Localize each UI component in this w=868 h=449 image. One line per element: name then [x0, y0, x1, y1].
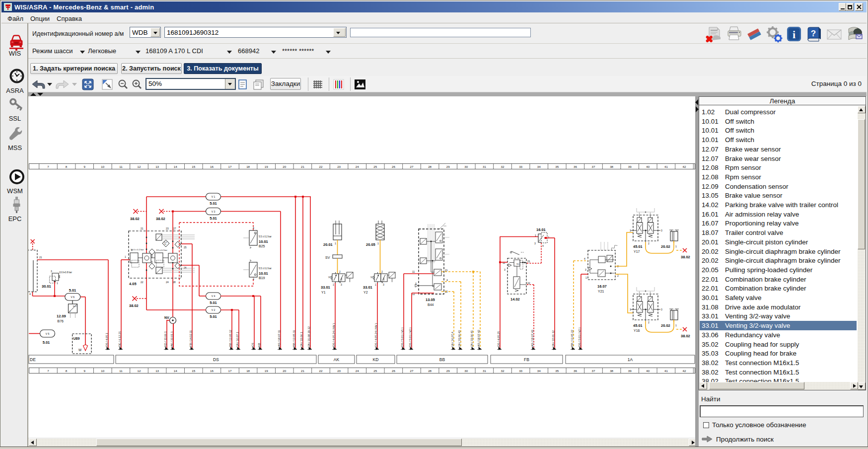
svg-text:32: 32: [501, 369, 505, 373]
svg-text:17: 17: [228, 165, 232, 168]
svg-text:3: 3: [661, 308, 662, 311]
svg-text:38: 38: [610, 165, 613, 168]
svg-text:10.01: 10.01: [259, 239, 268, 244]
svg-text:4: 4: [542, 244, 544, 247]
svg-text:8.5+0.4 bar: 8.5+0.4 bar: [156, 249, 167, 251]
svg-text:KD: KD: [373, 357, 379, 362]
svg-text:11: 11: [412, 270, 415, 273]
svg-text:2: 2: [381, 270, 383, 273]
svg-text:SU: SU: [516, 263, 519, 265]
svg-text:27: 27: [410, 165, 414, 168]
svg-text:21: 21: [445, 269, 448, 272]
svg-text:16: 16: [210, 165, 214, 168]
svg-text:1: 1: [675, 324, 677, 327]
svg-text:38.02: 38.02: [129, 303, 139, 308]
svg-text:3: 3: [534, 242, 536, 245]
svg-text:1: 1: [675, 245, 677, 248]
svg-text:33.01: 33.01: [321, 285, 330, 290]
svg-text:7: 7: [47, 165, 49, 168]
svg-text:30: 30: [464, 369, 468, 373]
svg-text:36: 36: [574, 165, 577, 168]
svg-text:31: 31: [483, 165, 486, 168]
svg-text:42: 42: [683, 165, 686, 168]
svg-text:4: 4: [446, 279, 448, 282]
svg-text:10.0 ± 0.2 bar: 10.0 ± 0.2 bar: [131, 248, 144, 251]
svg-text:18: 18: [246, 165, 250, 168]
svg-text:4: 4: [253, 278, 254, 281]
svg-text:12: 12: [138, 369, 141, 373]
svg-text:21: 21: [527, 260, 530, 263]
svg-text:2: 2: [548, 236, 549, 239]
svg-text:RL: RL: [164, 243, 166, 245]
svg-text:BB: BB: [439, 357, 445, 362]
svg-text:BB / 13.05.12: BB / 13.05.12: [229, 330, 232, 347]
svg-text:13.05: 13.05: [426, 298, 435, 302]
svg-text:24: 24: [356, 165, 359, 168]
svg-text:AS / 18.07.42: AS / 18.07.42: [477, 330, 480, 347]
svg-text:35: 35: [555, 369, 559, 373]
svg-text:FB / 14.02.11: FB / 14.02.11: [189, 330, 192, 347]
svg-text:5.5 ± 0.2 bar: 5.5 ± 0.2 bar: [259, 235, 272, 238]
svg-text:20.02: 20.02: [661, 244, 670, 249]
svg-text:24: 24: [166, 281, 169, 284]
svg-text:FB: FB: [524, 357, 529, 362]
svg-text:Y16: Y16: [634, 329, 640, 332]
svg-text:23: 23: [166, 227, 169, 230]
svg-text:33: 33: [519, 165, 522, 168]
svg-text:1: 1: [375, 283, 376, 286]
svg-text:41: 41: [664, 165, 668, 168]
svg-text:35: 35: [555, 165, 559, 168]
svg-text:19: 19: [265, 165, 268, 168]
svg-text:V 6: V 6: [71, 296, 75, 299]
svg-text:2: 2: [648, 321, 650, 324]
svg-text:38.02: 38.02: [156, 217, 165, 221]
svg-text:1A / 16.07.4: 1A / 16.07.4: [451, 332, 454, 347]
svg-text:1: 1: [630, 229, 631, 232]
svg-text:V 1: V 1: [212, 195, 216, 198]
svg-text:3: 3: [661, 229, 662, 232]
svg-text:1: 1: [630, 308, 631, 311]
svg-text:11: 11: [119, 165, 123, 168]
svg-text:26: 26: [392, 165, 395, 168]
svg-text:Y1: Y1: [321, 291, 326, 294]
svg-text:V 4: V 4: [212, 295, 216, 298]
svg-text:2A / 33.06.43: 2A / 33.06.43: [458, 330, 461, 347]
svg-text:8: 8: [66, 165, 68, 168]
svg-text:10: 10: [101, 165, 104, 168]
svg-text:29: 29: [446, 165, 450, 168]
svg-text:1: 1: [377, 242, 379, 245]
svg-text:45.01: 45.01: [633, 323, 643, 328]
svg-text:3: 3: [585, 268, 586, 271]
svg-text:1A: 1A: [628, 357, 633, 362]
svg-text:30: 30: [464, 165, 468, 168]
svg-text:Y2: Y2: [363, 291, 368, 294]
svg-text:3: 3: [51, 270, 52, 273]
svg-text:4: 4: [29, 293, 31, 296]
svg-text:V 5: V 5: [46, 332, 50, 335]
svg-text:38.02: 38.02: [681, 334, 690, 338]
svg-text:AK: AK: [334, 357, 340, 362]
svg-text:2A / 22.01.12: 2A / 22.01.12: [552, 330, 555, 347]
svg-text:28: 28: [428, 165, 432, 168]
svg-text:14.02: 14.02: [510, 297, 520, 301]
svg-text:DS / 4.05.24 ( NV ): DS / 4.05.24 ( NV ): [332, 323, 335, 347]
svg-text:11: 11: [503, 261, 505, 264]
svg-text:11: 11: [119, 369, 123, 373]
svg-text:1: 1: [335, 242, 336, 245]
svg-text:1: 1: [585, 276, 587, 279]
svg-text:1: 1: [57, 282, 58, 285]
svg-text:42: 42: [683, 369, 686, 373]
svg-text:38.02: 38.02: [130, 217, 140, 221]
svg-text:2: 2: [648, 242, 650, 245]
svg-text:32: 32: [501, 165, 505, 168]
svg-text:Y21: Y21: [598, 290, 604, 293]
svg-text:13: 13: [155, 165, 159, 168]
svg-text:1A / 16.07.1: 1A / 16.07.1: [236, 332, 239, 347]
svg-text:CS: CS: [251, 343, 254, 347]
svg-text:9: 9: [83, 369, 85, 373]
svg-text:38: 38: [610, 369, 613, 373]
svg-text:H₂O: H₂O: [73, 305, 76, 307]
svg-text:28: 28: [173, 281, 176, 284]
svg-text:15: 15: [192, 369, 195, 373]
svg-text:i: i: [793, 28, 796, 41]
